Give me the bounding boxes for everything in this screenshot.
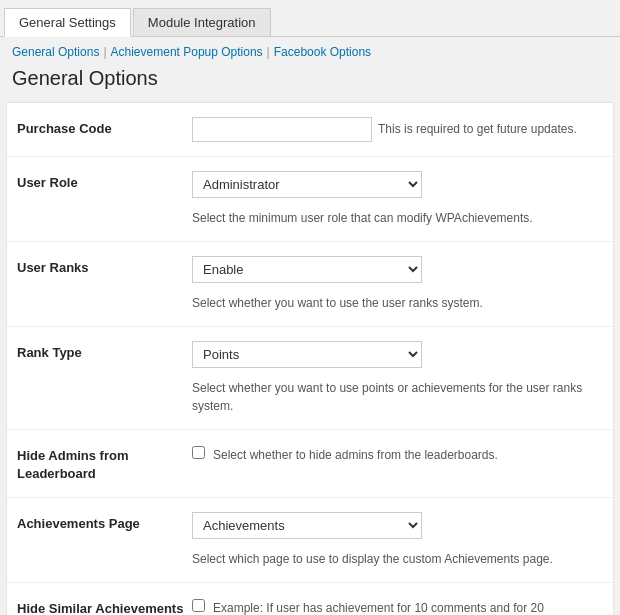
settings-table: Purchase CodeThis is required to get fut… bbox=[6, 102, 614, 615]
select-user-ranks[interactable]: EnableDisable bbox=[192, 256, 422, 283]
row-label-hide-admins: Hide Admins from Leaderboard bbox=[17, 444, 192, 483]
desc-hide-admins: Select whether to hide admins from the l… bbox=[213, 446, 498, 464]
breadcrumb-link-2[interactable]: Facebook Options bbox=[274, 45, 371, 59]
breadcrumb-link-1[interactable]: Achievement Popup Options bbox=[111, 45, 263, 59]
checkbox-row-hide-admins: Select whether to hide admins from the l… bbox=[192, 444, 603, 464]
desc-achievements-page: Select which page to use to display the … bbox=[192, 547, 603, 568]
breadcrumb-link-0[interactable]: General Options bbox=[12, 45, 99, 59]
tab-module-integration[interactable]: Module Integration bbox=[133, 8, 271, 36]
settings-row-user-role: User RoleAdministratorEditorAuthorContri… bbox=[7, 157, 613, 242]
page-title: General Options bbox=[6, 63, 614, 102]
row-content-purchase-code: This is required to get future updates. bbox=[192, 117, 603, 142]
select-achievements-page[interactable]: Achievements bbox=[192, 512, 422, 539]
settings-row-hide-similar: Hide Similar AchievementsExample: If use… bbox=[7, 583, 613, 615]
breadcrumb: General Options|Achievement Popup Option… bbox=[6, 37, 614, 63]
row-content-achievements-page: AchievementsSelect which page to use to … bbox=[192, 512, 603, 568]
checkbox-hide-admins[interactable] bbox=[192, 446, 205, 459]
breadcrumb-separator: | bbox=[103, 45, 106, 59]
row-content-hide-admins: Select whether to hide admins from the l… bbox=[192, 444, 603, 464]
select-rank-type[interactable]: PointsAchievements bbox=[192, 341, 422, 368]
row-content-user-role: AdministratorEditorAuthorContributorSubs… bbox=[192, 171, 603, 227]
desc-user-ranks: Select whether you want to use the user … bbox=[192, 291, 603, 312]
tab-bar: General SettingsModule Integration bbox=[0, 0, 620, 37]
checkbox-row-hide-similar: Example: If user has achievement for 10 … bbox=[192, 597, 603, 615]
settings-row-rank-type: Rank TypePointsAchievementsSelect whethe… bbox=[7, 327, 613, 430]
select-user-role[interactable]: AdministratorEditorAuthorContributorSubs… bbox=[192, 171, 422, 198]
breadcrumb-separator: | bbox=[267, 45, 270, 59]
settings-row-hide-admins: Hide Admins from LeaderboardSelect wheth… bbox=[7, 430, 613, 498]
input-purchase-code[interactable] bbox=[192, 117, 372, 142]
row-label-hide-similar: Hide Similar Achievements bbox=[17, 597, 192, 615]
desc-user-role: Select the minimum user role that can mo… bbox=[192, 206, 603, 227]
row-content-hide-similar: Example: If user has achievement for 10 … bbox=[192, 597, 603, 615]
content-area: General Options|Achievement Popup Option… bbox=[0, 37, 620, 615]
row-content-user-ranks: EnableDisableSelect whether you want to … bbox=[192, 256, 603, 312]
row-label-rank-type: Rank Type bbox=[17, 341, 192, 362]
settings-row-user-ranks: User RanksEnableDisableSelect whether yo… bbox=[7, 242, 613, 327]
desc-hide-similar: Example: If user has achievement for 10 … bbox=[213, 599, 603, 615]
settings-row-purchase-code: Purchase CodeThis is required to get fut… bbox=[7, 103, 613, 157]
desc-purchase-code: This is required to get future updates. bbox=[378, 117, 577, 138]
desc-rank-type: Select whether you want to use points or… bbox=[192, 376, 603, 415]
row-label-achievements-page: Achievements Page bbox=[17, 512, 192, 533]
row-content-rank-type: PointsAchievementsSelect whether you wan… bbox=[192, 341, 603, 415]
checkbox-hide-similar[interactable] bbox=[192, 599, 205, 612]
tab-general-settings[interactable]: General Settings bbox=[4, 8, 131, 37]
row-label-user-ranks: User Ranks bbox=[17, 256, 192, 277]
settings-row-achievements-page: Achievements PageAchievementsSelect whic… bbox=[7, 498, 613, 583]
row-label-user-role: User Role bbox=[17, 171, 192, 192]
settings-wrap: General SettingsModule Integration Gener… bbox=[0, 0, 620, 615]
row-label-purchase-code: Purchase Code bbox=[17, 117, 192, 138]
